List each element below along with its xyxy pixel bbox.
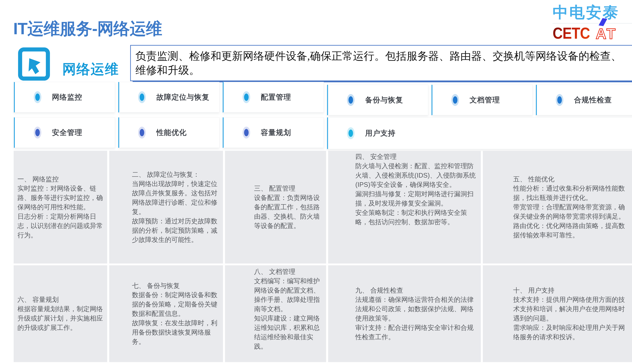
block-heading: 三、 配置管理 (254, 184, 320, 193)
feature-button[interactable]: 安全管理 (14, 117, 115, 148)
bullet-dot-icon (557, 96, 562, 104)
block-paragraph: 实时监控：对网络设备、链路、服务等进行实时监控，确保网络的可用性和性能。 (18, 184, 105, 212)
block-paragraph: 技术支持：提供用户网络使用方面的技术支持和培训，解决用户在使用网络时遇到的问题。 (513, 295, 625, 323)
feature-button-row-2: 安全管理性能优化容量规划用户支持 (14, 117, 632, 149)
block-paragraph: 性能分析：通过收集和分析网络性能数据，找出瓶颈并进行优化。 (513, 184, 625, 202)
feature-button[interactable]: 网络监控 (14, 82, 115, 112)
logo-cetc-text: CETC (552, 24, 590, 42)
block-heading: 四、 安全管理 (355, 152, 478, 162)
bullet-ring-icon (34, 91, 41, 103)
block-heading: 八、 文档管理 (254, 267, 320, 276)
section-badge-label: 网络运维 (62, 60, 119, 78)
feature-button[interactable]: 容量规划 (223, 117, 324, 148)
block-heading: 二、 故障定位与恢复： (132, 170, 218, 179)
bullet-dot-icon (244, 94, 249, 101)
bullet-dot-icon (140, 94, 144, 101)
feature-button[interactable]: 用户支持 (327, 117, 632, 149)
block-paragraph: 文档编写：编写和维护网络设备的配置文档、操作手册、故障处理指南等文档。 (254, 276, 320, 314)
bullet-dot-icon (348, 96, 353, 104)
block-paragraph: 当网络出现故障时，快速定位故障点并恢复服务。这包括对网络故障进行诊断、定位和修复… (132, 179, 218, 216)
feature-button-label: 合规性检查 (574, 95, 612, 105)
block-paragraph: 根据容量规划结果，制定网络升级或扩展计划，并实施相应的升级或扩展工作。 (18, 304, 105, 332)
content-block: 十、 用户支持技术支持：提供用户网络使用方面的技术支持和培训，解决用户在使用网络… (483, 265, 632, 362)
bullet-dot-icon (348, 130, 353, 137)
content-block: 八、 文档管理文档编写：编写和维护网络设备的配置文档、操作手册、故障处理指南等文… (225, 265, 326, 362)
feature-button-label: 容量规划 (261, 128, 291, 138)
bullet-ring-icon (347, 94, 354, 106)
block-paragraph: 路由优化：优化网络路由策略，提高数据传输效率和可靠性。 (513, 221, 625, 240)
block-paragraph: 漏洞扫描与修复：定期对网络进行漏洞扫描，及时发现并修复安全漏洞。 (355, 189, 478, 208)
block-paragraph: 知识库建设：建立网络运维知识库，积累和总结运维经验和最佳实践。 (254, 314, 320, 351)
content-block: 九、 合规性检查法规遵循：确保网络运营符合相关的法律法规和公司政策，如数据保护法… (328, 265, 481, 362)
slide: IT运维服务-网络运维 中电安泰 CETC AT 网络运维 负责监测、检修和更新… (0, 0, 632, 364)
feature-button[interactable]: 合规性检查 (536, 85, 632, 115)
content-block: 六、 容量规划根据容量规划结果，制定网络升级或扩展计划，并实施相应的升级或扩展工… (14, 265, 107, 362)
feature-button-label: 文档管理 (470, 95, 500, 105)
description-box: 负责监测、检修和更新网络硬件设备,确保正常运行。包括服务器、路由器、交换机等网络… (130, 45, 632, 81)
bullet-dot-icon (244, 129, 249, 136)
bullet-ring-icon (34, 127, 41, 138)
bullet-dot-icon (140, 129, 144, 136)
logo-antai-text: AT (596, 26, 617, 42)
block-paragraph: 设备配置：负责网络设备的配置工作，包括路由器、交换机、防火墙等设备的配置。 (254, 193, 320, 230)
feature-button-label: 用户支持 (365, 128, 396, 138)
bullet-dot-icon (35, 129, 40, 136)
block-paragraph: 需求响应：及时响应和处理用户关于网络服务的请求和投诉。 (513, 323, 625, 342)
block-paragraph: 故障恢复：在发生故障时，利用备份数据快速恢复网络服务。 (132, 318, 218, 346)
company-logo: 中电安泰 CETC AT (552, 2, 632, 42)
block-paragraph: 数据备份：制定网络设备和数据的备份策略，定期备份关键数据和配置信息。 (132, 290, 218, 318)
bullet-dot-icon (35, 94, 40, 101)
page-title: IT运维服务-网络运维 (13, 18, 162, 40)
bullet-ring-icon (242, 127, 250, 138)
block-paragraph: 故障预防：通过对历史故障数据的分析，制定预防策略，减少故障发生的可能性。 (132, 216, 218, 244)
feature-button[interactable]: 故障定位与恢复 (118, 82, 220, 112)
content-block: 二、 故障定位与恢复：当网络出现故障时，快速定位故障点并恢复服务。这包括对网络故… (109, 151, 223, 264)
feature-button[interactable]: 配置管理 (223, 82, 324, 112)
bullet-ring-icon (451, 94, 459, 106)
block-paragraph: 法规遵循：确保网络运营符合相关的法律法规和公司政策，如数据保护法规、网络使用政策… (355, 295, 478, 323)
logo-latin-text: CETC AT (552, 24, 632, 42)
block-paragraph: 安全策略制定：制定和执行网络安全策略，包括访问控制、数据加密等。 (355, 208, 478, 227)
content-block: 一、 网络监控实时监控：对网络设备、链路、服务等进行实时监控，确保网络的可用性和… (14, 151, 107, 264)
content-block: 三、 配置管理设备配置：负责网络设备的配置工作，包括路由器、交换机、防火墙等设备… (225, 151, 326, 264)
logo-chinese-text: 中电安泰 (552, 2, 632, 24)
bullet-dot-icon (453, 96, 458, 104)
block-paragraph: 防火墙与入侵检测：配置、监控和管理防火墙、入侵检测系统(IDS)、入侵防御系统(… (355, 162, 478, 189)
bullet-ring-icon (347, 127, 354, 139)
feature-button-label: 性能优化 (156, 128, 187, 138)
content-block: 四、 安全管理防火墙与入侵检测：配置、监控和管理防火墙、入侵检测系统(IDS)、… (328, 151, 481, 264)
feature-button-label: 网络监控 (52, 92, 82, 102)
feature-button-label: 备份与恢复 (365, 95, 403, 105)
content-block: 五、 性能优化性能分析：通过收集和分析网络性能数据，找出瓶颈并进行优化。带宽管理… (483, 151, 632, 264)
bullet-ring-icon (556, 94, 563, 106)
feature-button[interactable]: 备份与恢复 (327, 85, 428, 115)
block-heading: 一、 网络监控 (18, 174, 105, 184)
block-heading: 十、 用户支持 (513, 286, 625, 295)
block-heading: 六、 容量规划 (18, 295, 105, 304)
feature-button[interactable]: 性能优化 (118, 117, 220, 148)
block-paragraph: 审计支持：配合进行网络安全审计和合规性检查工作。 (355, 323, 478, 342)
block-heading: 九、 合规性检查 (355, 286, 478, 295)
bullet-ring-icon (138, 91, 146, 103)
bullet-ring-icon (138, 127, 146, 138)
feature-button-label: 配置管理 (261, 92, 291, 102)
block-heading: 七、 备份与恢复 (132, 281, 218, 290)
block-heading: 五、 性能优化 (513, 174, 625, 184)
block-paragraph: 日志分析：定期分析网络日志，以识别潜在的问题或异常行为。 (18, 212, 105, 240)
block-paragraph: 带宽管理：合理配置网络带宽资源，确保关键业务的网络带宽需求得到满足。 (513, 202, 625, 221)
feature-button-label: 故障定位与恢复 (156, 92, 210, 102)
bullet-ring-icon (242, 91, 250, 103)
feature-button[interactable]: 文档管理 (432, 85, 533, 115)
content-grid: 一、 网络监控实时监控：对网络设备、链路、服务等进行实时监控，确保网络的可用性和… (14, 151, 632, 362)
feature-button-row-1: 网络监控故障定位与恢复配置管理备份与恢复文档管理合规性检查 (14, 82, 632, 115)
feature-button-label: 安全管理 (52, 128, 82, 138)
content-block: 七、 备份与恢复数据备份：制定网络设备和数据的备份策略，定期备份关键数据和配置信… (109, 265, 223, 362)
